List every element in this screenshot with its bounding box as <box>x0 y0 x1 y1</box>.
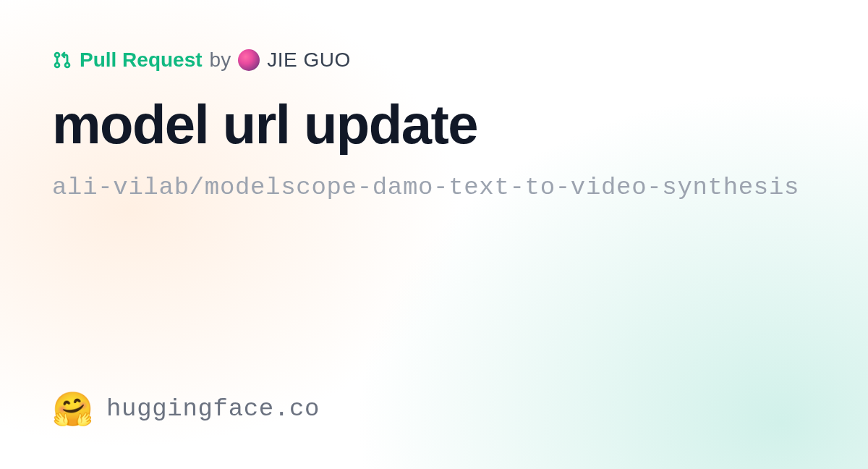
footer: 🤗 huggingface.co <box>52 392 816 426</box>
pull-request-icon <box>52 50 72 70</box>
meta-row: Pull Request by JIE GUO <box>52 49 816 71</box>
pr-title: model url update <box>52 96 816 153</box>
pull-request-label: Pull Request <box>80 50 203 70</box>
site-url: huggingface.co <box>106 395 320 423</box>
huggingface-logo-icon: 🤗 <box>52 392 93 426</box>
social-card: Pull Request by JIE GUO model url update… <box>0 0 868 469</box>
author-name: JIE GUO <box>267 50 351 70</box>
repo-path: ali-vilab/modelscope-damo-text-to-video-… <box>52 174 816 201</box>
by-text: by <box>210 50 231 70</box>
author-avatar <box>238 49 260 71</box>
